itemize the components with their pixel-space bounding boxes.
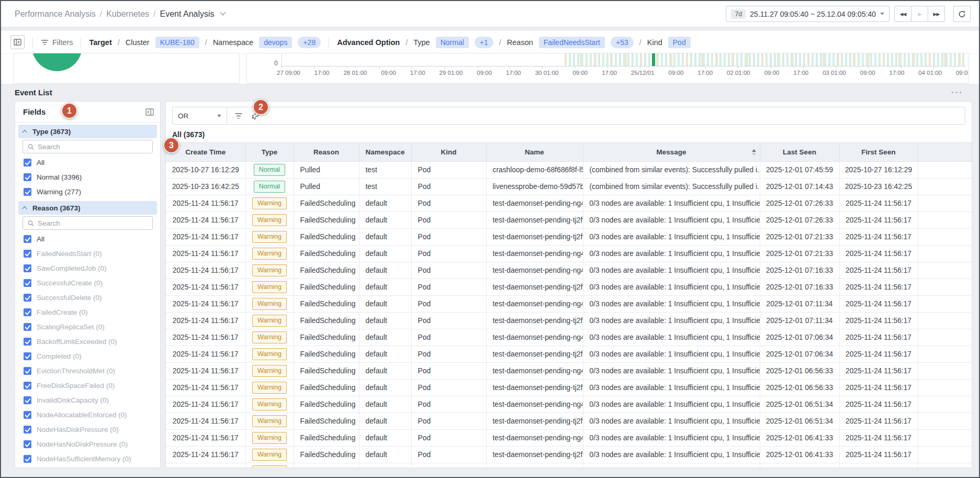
checkbox-checked[interactable]: [24, 173, 31, 181]
table-row[interactable]: 2025-11-24 11:56:17WarningFailedScheduli…: [166, 279, 972, 296]
table-row[interactable]: 2025-11-24 11:56:17WarningFailedScheduli…: [166, 246, 972, 262]
filter-option[interactable]: All: [15, 231, 160, 246]
checkbox-checked[interactable]: [24, 411, 31, 419]
table-row[interactable]: 2025-10-23 16:42:25NormalPulledtestPodli…: [166, 179, 972, 195]
checkbox-checked[interactable]: [24, 308, 31, 316]
filter-option[interactable]: Normal (3396): [15, 170, 160, 184]
filter-option[interactable]: BackoffLimitExceeded (0): [15, 334, 160, 349]
table-scroll-area[interactable]: Create TimeTypeReasonNamespaceKindNameMe…: [166, 142, 972, 468]
checkbox-checked[interactable]: [24, 279, 31, 287]
filter-option[interactable]: Completed (0): [15, 349, 160, 363]
table-row[interactable]: 2025-11-24 11:56:17WarningFailedScheduli…: [166, 447, 972, 463]
field-search-box[interactable]: [22, 140, 153, 153]
field-section-header[interactable]: Reason (3673): [18, 201, 157, 215]
table-row[interactable]: 2025-11-24 11:56:17WarningFailedScheduli…: [166, 313, 972, 329]
refresh-button[interactable]: [953, 6, 971, 22]
filter-option[interactable]: ScalingReplicaSet (0): [15, 319, 160, 334]
column-header-type[interactable]: Type: [245, 143, 294, 162]
filter-lines-icon[interactable]: [234, 113, 243, 119]
checkbox-checked[interactable]: [24, 382, 31, 390]
column-header-reason[interactable]: Reason: [294, 143, 359, 162]
checkbox-checked[interactable]: [24, 396, 31, 404]
checkbox-checked[interactable]: [24, 159, 31, 166]
filter-option[interactable]: FailedCreate (0): [15, 305, 160, 319]
filter-option[interactable]: NodeHasNoDiskPressure (0): [15, 437, 160, 451]
breadcrumb-link[interactable]: Performance Analysis: [15, 9, 96, 19]
filter-option[interactable]: SuccessfulDelete (0): [15, 290, 160, 305]
filter-option[interactable]: InvalidDiskCapacity (0): [15, 393, 160, 407]
breadcrumb-current[interactable]: Event Analysis: [160, 9, 214, 19]
table-row[interactable]: 2025-11-24 11:56:17WarningFailedScheduli…: [166, 262, 972, 279]
time-prev-button[interactable]: ◀◀: [894, 6, 911, 22]
filter-option[interactable]: FailedNeedsStart (0): [15, 246, 160, 261]
filter-option[interactable]: SawCompletedJob (0): [15, 261, 160, 275]
time-play-button[interactable]: ▶: [911, 6, 928, 22]
checkbox-checked[interactable]: [24, 294, 31, 302]
filter-option[interactable]: All: [15, 155, 160, 170]
column-header-name[interactable]: Name: [486, 143, 583, 162]
table-row[interactable]: 2025-11-24 11:56:17WarningFailedScheduli…: [166, 380, 972, 396]
namespace-more-chip[interactable]: +28: [298, 37, 321, 48]
namespace-chip[interactable]: devops: [259, 37, 292, 48]
filter-option[interactable]: NodeHasDiskPressure (0): [15, 422, 160, 437]
table-row[interactable]: 2025-11-24 11:56:17WarningFailedScheduli…: [166, 229, 972, 246]
type-more-chip[interactable]: +1: [475, 37, 493, 48]
field-section-header[interactable]: Type (3673): [18, 125, 157, 138]
filter-option[interactable]: NodeHasSufficientMemory (0): [15, 451, 160, 466]
cluster-chip[interactable]: KUBE-180: [155, 37, 199, 48]
sort-control[interactable]: [752, 149, 756, 155]
column-header-namespace[interactable]: Namespace: [359, 143, 411, 162]
filter-option[interactable]: Warning (277): [15, 184, 160, 199]
checkbox-checked[interactable]: [24, 264, 31, 272]
column-header-last-seen[interactable]: Last Seen: [760, 143, 839, 162]
field-search-box[interactable]: [22, 216, 153, 230]
checkbox-checked[interactable]: [24, 367, 31, 375]
table-row[interactable]: 2025-11-24 11:56:17WarningFailedScheduli…: [166, 329, 972, 346]
more-actions-button[interactable]: ···: [951, 87, 963, 98]
checkbox-checked[interactable]: [24, 235, 31, 243]
table-row[interactable]: 2025-10-27 16:12:29NormalPulledtestPodcr…: [166, 162, 972, 179]
column-header-kind[interactable]: Kind: [411, 143, 486, 162]
column-header-first-seen[interactable]: First Seen: [839, 143, 918, 162]
table-row[interactable]: 2025-11-24 11:56:17WarningFailedScheduli…: [166, 195, 972, 212]
filters-button[interactable]: Filters: [41, 38, 73, 47]
table-row[interactable]: 2025-11-24 11:56:17WarningFailedScheduli…: [166, 463, 972, 468]
table-row[interactable]: 2025-11-24 11:56:17WarningFailedScheduli…: [166, 296, 972, 313]
type-chip[interactable]: Normal: [436, 37, 469, 48]
table-row[interactable]: 2025-11-24 11:56:17WarningFailedScheduli…: [166, 212, 972, 229]
checkbox-checked[interactable]: [24, 188, 31, 196]
breadcrumb-link[interactable]: Kubernetes: [106, 9, 149, 19]
checkbox-checked[interactable]: [24, 455, 31, 463]
kind-chip[interactable]: Pod: [668, 37, 691, 48]
checkbox-checked[interactable]: [24, 426, 31, 433]
timeline-tick-label: 17:00: [506, 70, 521, 76]
field-search-input[interactable]: [38, 219, 148, 227]
reason-more-chip[interactable]: +53: [611, 37, 634, 48]
collapse-panel-button[interactable]: [10, 35, 25, 49]
filter-option[interactable]: EvictionThresholdMet (0): [15, 363, 160, 378]
checkbox-checked[interactable]: [24, 250, 31, 258]
table-row[interactable]: 2025-11-24 11:56:17WarningFailedScheduli…: [166, 396, 972, 413]
filter-option[interactable]: FreeDiskSpaceFailed (0): [15, 378, 160, 393]
cell-namespace: default: [359, 380, 411, 396]
checkbox-checked[interactable]: [24, 323, 31, 331]
time-next-button[interactable]: ▶▶: [928, 6, 945, 22]
operator-select[interactable]: OR: [173, 107, 227, 124]
table-row[interactable]: 2025-11-24 11:56:17WarningFailedScheduli…: [166, 413, 972, 430]
table-row[interactable]: 2025-11-24 11:56:17WarningFailedScheduli…: [166, 346, 972, 363]
checkbox-checked[interactable]: [24, 338, 31, 346]
filter-option[interactable]: NodeAllocatableEnforced (0): [15, 407, 160, 422]
filter-option[interactable]: SuccessfulCreate (0): [15, 275, 160, 290]
cluster-label: Cluster: [126, 38, 150, 47]
checkbox-checked[interactable]: [24, 440, 31, 448]
collapse-sidebar-button[interactable]: [145, 108, 154, 116]
filter-option-label: InvalidDiskCapacity (0): [37, 396, 109, 404]
column-header-message[interactable]: Message: [583, 143, 760, 162]
cell-message: 0/3 nodes are available: 1 Insufficient …: [583, 447, 760, 463]
time-range-picker[interactable]: 7d 25.11.27 09:05:40 ~ 25.12.04 09:05:40: [726, 6, 889, 22]
table-row[interactable]: 2025-11-24 11:56:17WarningFailedScheduli…: [166, 430, 972, 447]
table-row[interactable]: 2025-11-24 11:56:17WarningFailedScheduli…: [166, 363, 972, 380]
reason-chip[interactable]: FailedNeedsStart: [539, 37, 605, 48]
checkbox-checked[interactable]: [24, 352, 31, 360]
field-search-input[interactable]: [38, 143, 148, 151]
